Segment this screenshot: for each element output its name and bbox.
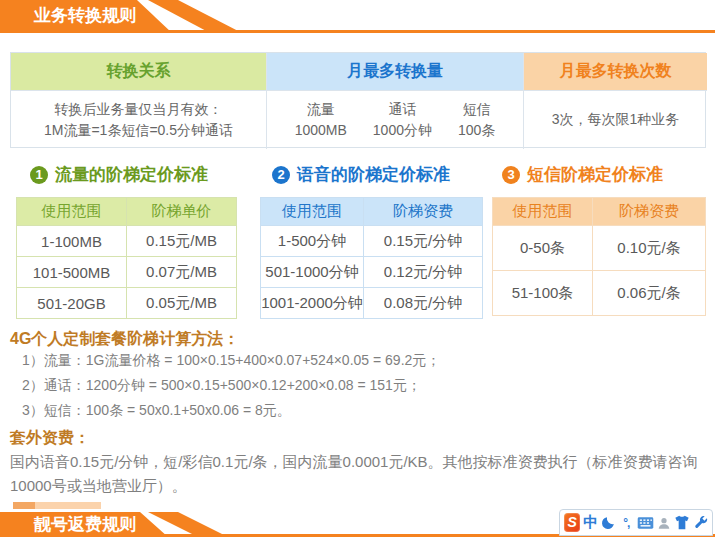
table-row: 1-100MB 0.15元/MB: [17, 226, 237, 257]
quota-voice: 通话 1000分钟: [373, 99, 432, 141]
tier1-col-range: 使用范围: [17, 198, 127, 226]
table-row: 501-20GB 0.05元/MB: [17, 288, 237, 319]
conversion-header-max-times: 月最多转换次数: [524, 53, 707, 91]
calc-item-data: 1）流量：1G流量价格 = 100×0.15+400×0.07+524×0.05…: [22, 352, 440, 370]
banner-fragment: [13, 502, 101, 509]
page: 业务转换规则 转换关系 月最多转换量 月最多转换次数 转换后业务量仅当月有效： …: [0, 0, 715, 539]
data-tier-table: 使用范围 阶梯单价 1-100MB 0.15元/MB 101-500MB 0.0…: [16, 197, 237, 319]
tier2-r2-range: 1001-2000分钟: [261, 288, 364, 319]
table-row: 101-500MB 0.07元/MB: [17, 257, 237, 288]
tier1-title: 1 流量的阶梯定价标准: [30, 163, 208, 186]
tier2-r2-price: 0.08元/分钟: [364, 288, 483, 319]
tier2-r1-range: 501-1000分钟: [261, 257, 364, 288]
tier1-r0-price: 0.15元/MB: [127, 226, 237, 257]
chinese-mode-toggle[interactable]: 中: [583, 513, 598, 533]
tier3-r1-range: 51-100条: [493, 271, 593, 316]
conversion-relation-cell: 转换后业务量仅当月有效： 1M流量=1条短信=0.5分钟通话: [11, 91, 267, 149]
punctuation-mode-icon[interactable]: °‚: [619, 513, 633, 533]
conversion-header-max-amount: 月最多转换量: [267, 53, 524, 91]
tier2-col-range: 使用范围: [261, 198, 364, 226]
tier3-col-price: 阶梯资费: [593, 198, 706, 226]
voice-tier-table: 使用范围 阶梯资费 1-500分钟 0.15元/分钟 501-1000分钟 0.…: [260, 197, 483, 319]
table-row: 51-100条 0.06元/条: [493, 271, 706, 316]
relation-line2: 1M流量=1条短信=0.5分钟通话: [44, 120, 233, 141]
extra-fees-text: 国内语音0.15元/分钟，短/彩信0.1元/条，国内流量0.0001元/KB。其…: [10, 450, 702, 498]
tier3-title-text: 短信阶梯定价标准: [527, 163, 663, 186]
tier1-r0-range: 1-100MB: [17, 226, 127, 257]
conversion-times-cell: 3次，每次限1种业务: [524, 91, 707, 149]
tier1-number-badge: 1: [30, 166, 48, 184]
tier3-r1-price: 0.06元/条: [593, 271, 706, 316]
quota-data-label: 流量: [307, 99, 335, 120]
tier1-r2-price: 0.05元/MB: [127, 288, 237, 319]
sms-tier-table: 使用范围 阶梯资费 0-50条 0.10元/条 51-100条 0.06元/条: [492, 197, 706, 316]
tier3-r0-range: 0-50条: [493, 226, 593, 271]
tier1-col-price: 阶梯单价: [127, 198, 237, 226]
fullwidth-moon-icon[interactable]: [601, 513, 616, 533]
quota-sms-label: 短信: [463, 99, 491, 120]
ime-toolbar: S 中 °‚: [559, 509, 713, 536]
skin-tshirt-icon[interactable]: [674, 513, 690, 533]
tier2-title: 2 语音的阶梯定价标准: [272, 163, 450, 186]
conversion-table: 转换关系 月最多转换量 月最多转换次数 转换后业务量仅当月有效： 1M流量=1条…: [10, 52, 706, 148]
calc-item-voice: 2）通话：1200分钟 = 500×0.15+500×0.12+200×0.08…: [22, 377, 421, 395]
tier3-col-range: 使用范围: [493, 198, 593, 226]
quota-sms-value: 100条: [458, 120, 495, 141]
table-row: 1001-2000分钟 0.08元/分钟: [261, 288, 483, 319]
tier1-r1-range: 101-500MB: [17, 257, 127, 288]
tier3-r0-price: 0.10元/条: [593, 226, 706, 271]
calc-item-sms: 3）短信：100条 = 50x0.1+50x0.06 = 8元。: [22, 402, 291, 420]
conversion-header-relation: 转换关系: [11, 53, 267, 91]
tier1-r2-range: 501-20GB: [17, 288, 127, 319]
tier3-number-badge: 3: [502, 166, 520, 184]
extra-fees-title: 套外资费：: [10, 428, 90, 449]
quota-voice-value: 1000分钟: [373, 120, 432, 141]
tier2-number-badge: 2: [272, 166, 290, 184]
user-account-icon[interactable]: [657, 513, 671, 533]
tier2-r0-price: 0.15元/分钟: [364, 226, 483, 257]
calc-method-title: 4G个人定制套餐阶梯计算方法：: [10, 329, 239, 350]
quota-data-value: 1000MB: [295, 120, 347, 141]
tier2-r0-range: 1-500分钟: [261, 226, 364, 257]
conversion-quota-cell: 流量 1000MB 通话 1000分钟 短信 100条: [267, 91, 524, 149]
settings-wrench-icon[interactable]: [693, 513, 708, 533]
tier1-title-text: 流量的阶梯定价标准: [55, 163, 208, 186]
tier2-title-text: 语音的阶梯定价标准: [297, 163, 450, 186]
quota-sms: 短信 100条: [458, 99, 495, 141]
tier2-r1-price: 0.12元/分钟: [364, 257, 483, 288]
table-row: 501-1000分钟 0.12元/分钟: [261, 257, 483, 288]
sogou-logo-icon[interactable]: S: [564, 513, 580, 532]
quota-data: 流量 1000MB: [295, 99, 347, 141]
section-banner-top: 业务转换规则: [0, 0, 715, 37]
tier2-col-price: 阶梯资费: [364, 198, 483, 226]
section-title-premium-number-rules: 靓号返费规则: [0, 512, 178, 537]
table-row: 1-500分钟 0.15元/分钟: [261, 226, 483, 257]
section-title-conversion-rules: 业务转换规则: [0, 0, 178, 33]
quota-voice-label: 通话: [388, 99, 416, 120]
tier3-title: 3 短信阶梯定价标准: [502, 163, 663, 186]
tier1-r1-price: 0.07元/MB: [127, 257, 237, 288]
relation-line1: 转换后业务量仅当月有效：: [55, 99, 223, 120]
soft-keyboard-icon[interactable]: [637, 513, 654, 533]
table-row: 0-50条 0.10元/条: [493, 226, 706, 271]
